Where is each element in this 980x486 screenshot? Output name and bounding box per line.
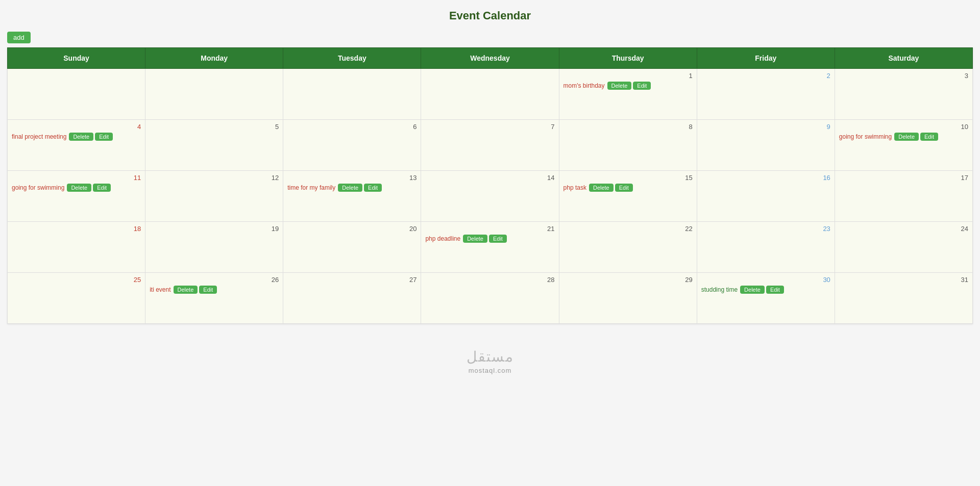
event-text: going for swimming (839, 133, 892, 140)
day-number: 10 (839, 123, 968, 131)
edit-button[interactable]: Edit (489, 235, 507, 243)
event-line: going for swimmingDeleteEdit (839, 133, 968, 141)
header-tuesday: Tuesday (283, 48, 421, 69)
calendar-cell: 28 (421, 273, 559, 324)
edit-button[interactable]: Edit (199, 286, 217, 294)
edit-button[interactable]: Edit (95, 133, 113, 141)
day-number: 20 (287, 225, 416, 233)
day-number: 8 (564, 123, 693, 131)
calendar-cell: 15php taskDeleteEdit (559, 171, 697, 222)
delete-button[interactable]: Delete (589, 184, 614, 192)
edit-button[interactable]: Edit (615, 184, 633, 192)
day-number: 17 (839, 174, 968, 182)
add-button-container: add (0, 28, 980, 47)
day-number: 7 (425, 123, 554, 131)
calendar-cell: 3 (835, 69, 972, 120)
calendar-cell: 29 (559, 273, 697, 324)
delete-button[interactable]: Delete (740, 286, 765, 294)
event-line: going for swimmingDeleteEdit (12, 184, 141, 192)
calendar-cell: 14 (421, 171, 559, 222)
day-number: 23 (701, 225, 830, 233)
day-number: 3 (839, 72, 968, 80)
day-number: 15 (564, 174, 693, 182)
delete-button[interactable]: Delete (607, 82, 632, 90)
day-number: 13 (287, 174, 416, 182)
day-number: 26 (150, 276, 279, 284)
day-number: 21 (425, 225, 554, 233)
day-number: 1 (564, 72, 693, 80)
calendar-cell: 8 (559, 120, 697, 171)
calendar-cell: 7 (421, 120, 559, 171)
calendar-cell: 4final project meetingDeleteEdit (8, 120, 145, 171)
day-number: 31 (839, 276, 968, 284)
calendar-cell (145, 69, 283, 120)
event-text: mom's birthday (564, 82, 605, 89)
edit-button[interactable]: Edit (633, 82, 651, 90)
event-line: time for my familyDeleteEdit (287, 184, 416, 192)
delete-button[interactable]: Delete (69, 133, 93, 141)
day-number: 14 (425, 174, 554, 182)
calendar-header: Sunday Monday Tuesday Wednesday Thursday… (8, 48, 973, 69)
delete-button[interactable]: Delete (463, 235, 487, 243)
add-event-button[interactable]: add (7, 32, 31, 43)
calendar-table: Sunday Monday Tuesday Wednesday Thursday… (7, 47, 973, 324)
calendar-cell: 26iti eventDeleteEdit (145, 273, 283, 324)
edit-button[interactable]: Edit (364, 184, 382, 192)
calendar-cell (8, 69, 145, 120)
day-number: 9 (701, 123, 830, 131)
event-text: final project meeting (12, 133, 66, 140)
footer-logo: مستقل (0, 348, 980, 365)
edit-button[interactable]: Edit (93, 184, 111, 192)
event-text: php task (564, 184, 586, 191)
event-line: iti eventDeleteEdit (150, 286, 279, 294)
calendar-cell: 27 (283, 273, 421, 324)
calendar-cell: 23 (697, 222, 835, 273)
calendar-cell: 13time for my familyDeleteEdit (283, 171, 421, 222)
day-number: 19 (150, 225, 279, 233)
page-title: Event Calendar (0, 0, 980, 28)
calendar-cell: 18 (8, 222, 145, 273)
header-saturday: Saturday (835, 48, 972, 69)
delete-button[interactable]: Delete (338, 184, 362, 192)
edit-button[interactable]: Edit (766, 286, 784, 294)
day-number: 18 (12, 225, 141, 233)
event-line: final project meetingDeleteEdit (12, 133, 141, 141)
calendar-cell: 1mom's birthdayDeleteEdit (559, 69, 697, 120)
event-text: going for swimming (12, 184, 64, 191)
calendar-cell: 19 (145, 222, 283, 273)
edit-button[interactable]: Edit (920, 133, 938, 141)
event-line: php deadlineDeleteEdit (425, 235, 554, 243)
calendar-cell (421, 69, 559, 120)
event-line: php taskDeleteEdit (564, 184, 693, 192)
header-sunday: Sunday (8, 48, 145, 69)
header-wednesday: Wednesday (421, 48, 559, 69)
day-number: 29 (564, 276, 693, 284)
delete-button[interactable]: Delete (67, 184, 91, 192)
day-number: 16 (701, 174, 830, 182)
calendar-cell: 24 (835, 222, 972, 273)
delete-button[interactable]: Delete (894, 133, 919, 141)
event-text: time for my family (287, 184, 335, 191)
day-number: 27 (287, 276, 416, 284)
calendar-body: 1mom's birthdayDeleteEdit234final projec… (8, 69, 973, 324)
event-line: mom's birthdayDeleteEdit (564, 82, 693, 90)
day-number: 11 (12, 174, 141, 182)
calendar-cell: 20 (283, 222, 421, 273)
calendar-cell: 21php deadlineDeleteEdit (421, 222, 559, 273)
delete-button[interactable]: Delete (174, 286, 198, 294)
calendar-wrapper: Sunday Monday Tuesday Wednesday Thursday… (0, 47, 980, 334)
event-text: iti event (150, 286, 170, 293)
header-monday: Monday (145, 48, 283, 69)
day-number: 24 (839, 225, 968, 233)
day-number: 30 (701, 276, 830, 284)
calendar-cell: 12 (145, 171, 283, 222)
calendar-cell: 16 (697, 171, 835, 222)
calendar-cell: 6 (283, 120, 421, 171)
footer-url: mostaql.com (469, 367, 512, 374)
event-text: php deadline (425, 235, 460, 242)
day-number: 4 (12, 123, 141, 131)
calendar-cell: 9 (697, 120, 835, 171)
calendar-cell (283, 69, 421, 120)
calendar-cell: 10going for swimmingDeleteEdit (835, 120, 972, 171)
calendar-cell: 5 (145, 120, 283, 171)
